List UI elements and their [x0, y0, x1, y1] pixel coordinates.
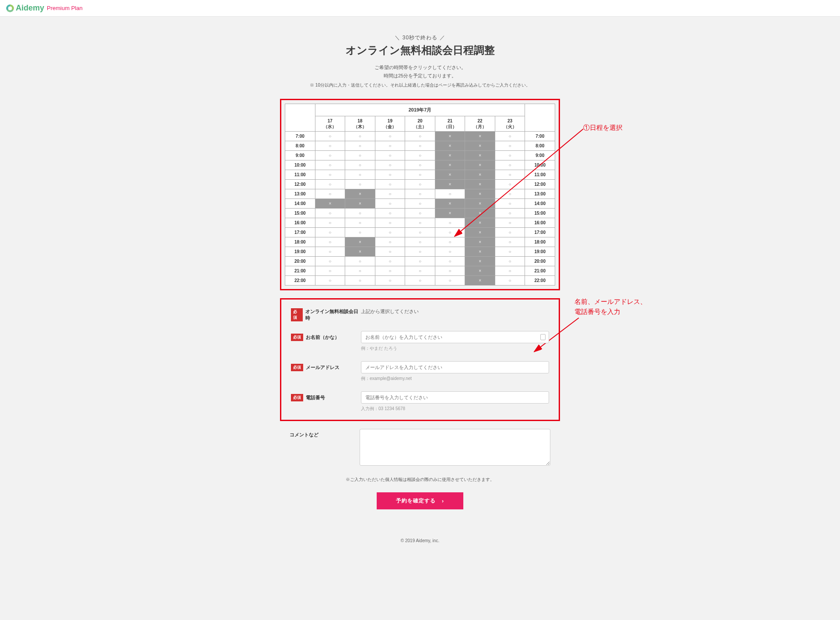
- slot-available[interactable]: ○: [405, 209, 435, 218]
- slot-available[interactable]: ○: [345, 209, 375, 218]
- slot-available[interactable]: ○: [375, 209, 405, 218]
- slot-available[interactable]: ○: [375, 189, 405, 199]
- slot-available[interactable]: ○: [375, 199, 405, 209]
- slot-available[interactable]: ○: [375, 180, 405, 189]
- slot-available[interactable]: ○: [345, 276, 375, 286]
- slot-available[interactable]: ○: [345, 257, 375, 266]
- slot-available[interactable]: ○: [375, 257, 405, 266]
- slot-available[interactable]: ○: [405, 199, 435, 209]
- slot-unavailable: ×: [465, 160, 495, 170]
- slot-available[interactable]: ○: [345, 266, 375, 276]
- slot-available[interactable]: ○: [495, 199, 525, 209]
- slot-available[interactable]: ○: [405, 218, 435, 228]
- slot-available[interactable]: ○: [405, 237, 435, 247]
- slot-available[interactable]: ○: [375, 151, 405, 160]
- slot-available[interactable]: ○: [495, 209, 525, 218]
- slot-unavailable: ×: [435, 199, 465, 209]
- submit-button[interactable]: 予約を確定する ›: [377, 492, 463, 509]
- slot-unavailable: ×: [465, 228, 495, 237]
- slot-available[interactable]: ○: [315, 276, 345, 286]
- slot-available[interactable]: ○: [495, 170, 525, 180]
- slot-available[interactable]: ○: [315, 209, 345, 218]
- slot-available[interactable]: ○: [495, 237, 525, 247]
- slot-available[interactable]: ○: [345, 218, 375, 228]
- slot-available[interactable]: ○: [435, 218, 465, 228]
- slot-available[interactable]: ○: [435, 247, 465, 257]
- slot-available[interactable]: ○: [345, 228, 375, 237]
- slot-available[interactable]: ○: [315, 218, 345, 228]
- slot-available[interactable]: ○: [495, 151, 525, 160]
- slot-available[interactable]: ○: [375, 266, 405, 276]
- slot-available[interactable]: ○: [315, 247, 345, 257]
- header: Aidemy Premium Plan: [0, 0, 840, 17]
- slot-available[interactable]: ○: [435, 257, 465, 266]
- slot-available[interactable]: ○: [495, 228, 525, 237]
- slot-available[interactable]: ○: [345, 170, 375, 180]
- comment-input[interactable]: [360, 429, 550, 466]
- name-input[interactable]: [361, 331, 549, 343]
- slot-available[interactable]: ○: [315, 257, 345, 266]
- time-label: 20:00: [285, 257, 315, 266]
- slot-available[interactable]: ○: [405, 132, 435, 141]
- slot-available[interactable]: ○: [405, 266, 435, 276]
- form-required-section: 名前、メールアドレス、電話番号を入力 必須 オンライン無料相談会日時 上記から選…: [280, 298, 560, 421]
- slot-available[interactable]: ○: [495, 160, 525, 170]
- slot-available[interactable]: ○: [405, 160, 435, 170]
- email-input[interactable]: [361, 361, 549, 373]
- brand-name: Aidemy: [16, 3, 44, 13]
- time-label: 15:00: [525, 209, 555, 218]
- slot-available[interactable]: ○: [405, 141, 435, 151]
- slot-available[interactable]: ○: [405, 189, 435, 199]
- slot-available[interactable]: ○: [495, 132, 525, 141]
- slot-available[interactable]: ○: [495, 180, 525, 189]
- slot-available[interactable]: ○: [435, 228, 465, 237]
- slot-available[interactable]: ○: [315, 266, 345, 276]
- slot-available[interactable]: ○: [315, 141, 345, 151]
- slot-available[interactable]: ○: [345, 180, 375, 189]
- slot-available[interactable]: ○: [345, 132, 375, 141]
- brand-logo[interactable]: Aidemy Premium Plan: [6, 3, 83, 13]
- slot-available[interactable]: ○: [315, 170, 345, 180]
- slot-available[interactable]: ○: [315, 132, 345, 141]
- slot-available[interactable]: ○: [375, 132, 405, 141]
- slot-available[interactable]: ○: [375, 276, 405, 286]
- slot-available[interactable]: ○: [435, 189, 465, 199]
- slot-available[interactable]: ○: [405, 247, 435, 257]
- slot-available[interactable]: ○: [495, 247, 525, 257]
- slot-available[interactable]: ○: [315, 180, 345, 189]
- slot-available[interactable]: ○: [315, 189, 345, 199]
- slot-available[interactable]: ○: [405, 276, 435, 286]
- slot-available[interactable]: ○: [405, 170, 435, 180]
- slot-available[interactable]: ○: [495, 257, 525, 266]
- slot-available[interactable]: ○: [375, 247, 405, 257]
- slot-available[interactable]: ○: [405, 180, 435, 189]
- slot-available[interactable]: ○: [345, 151, 375, 160]
- slot-available[interactable]: ○: [345, 141, 375, 151]
- slot-available[interactable]: ○: [315, 160, 345, 170]
- slot-available[interactable]: ○: [375, 160, 405, 170]
- slot-available[interactable]: ○: [495, 189, 525, 199]
- slot-available[interactable]: ○: [405, 151, 435, 160]
- slot-available[interactable]: ○: [375, 228, 405, 237]
- slot-available[interactable]: ○: [315, 237, 345, 247]
- slot-available[interactable]: ○: [435, 237, 465, 247]
- slot-available[interactable]: ○: [495, 266, 525, 276]
- phone-input[interactable]: [361, 391, 549, 404]
- slot-available[interactable]: ○: [435, 266, 465, 276]
- slot-available[interactable]: ○: [375, 170, 405, 180]
- slot-available[interactable]: ○: [495, 141, 525, 151]
- slot-available[interactable]: ○: [375, 237, 405, 247]
- slot-available[interactable]: ○: [495, 276, 525, 286]
- slot-available[interactable]: ○: [495, 218, 525, 228]
- slot-available[interactable]: ○: [315, 228, 345, 237]
- slot-available[interactable]: ○: [375, 141, 405, 151]
- slot-available[interactable]: ○: [405, 228, 435, 237]
- slot-available[interactable]: ○: [405, 257, 435, 266]
- slot-available[interactable]: ○: [435, 276, 465, 286]
- slot-available[interactable]: ○: [375, 218, 405, 228]
- calendar-section: ①日程を選択 2019年7月 17（水）18（木）19（金）20（土）21（日）…: [280, 99, 560, 290]
- slot-available[interactable]: ○: [345, 160, 375, 170]
- tagline: 30秒で終わる: [210, 34, 630, 42]
- annotation-step2: 名前、メールアドレス、電話番号を入力: [574, 297, 647, 317]
- slot-available[interactable]: ○: [315, 151, 345, 160]
